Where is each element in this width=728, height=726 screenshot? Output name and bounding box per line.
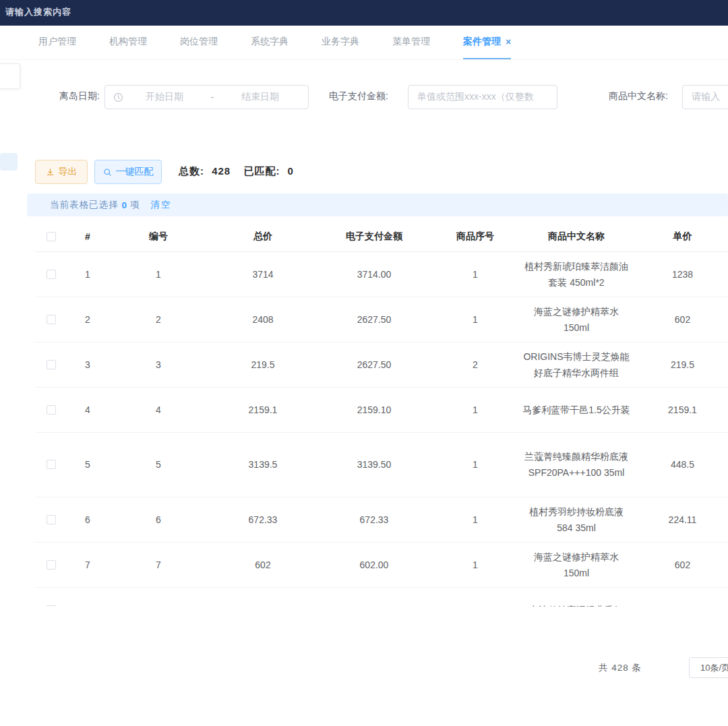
table-row: 2 2 2408 2627.50 1 海蓝之谜修护精萃水 150ml 602 xyxy=(35,297,728,342)
cell-seq: 1 xyxy=(431,432,519,497)
tab-menu-management[interactable]: 菜单管理 xyxy=(392,26,430,59)
tab-post-management[interactable]: 岗位管理 xyxy=(180,26,218,59)
app-window: 请输入搜索内容 用户管理 机构管理 岗位管理 系统字典 业务字典 菜单管理 案件… xyxy=(0,0,728,726)
cell-name: 植村秀羽纱持妆粉底液 584 35ml xyxy=(519,497,634,542)
cell-total: 602 xyxy=(209,542,317,587)
global-search-input[interactable]: 请输入搜索内容 xyxy=(5,6,71,18)
export-button[interactable]: 导出 xyxy=(35,160,88,184)
cell-code: 4 xyxy=(108,387,209,432)
selection-count: 0 xyxy=(122,200,127,210)
cell-index: 7 xyxy=(67,542,108,587)
cell-unit: 2159.1 xyxy=(634,387,728,432)
one-click-match-button[interactable]: 一键匹配 xyxy=(94,160,162,184)
cell-total: 3139.5 xyxy=(209,432,317,497)
matched-count-label: 已匹配: xyxy=(243,165,280,177)
row-checkbox[interactable] xyxy=(47,315,56,324)
table-row: 3 3 219.5 2627.50 2 ORIGINS韦博士灵芝焕能好底子精华水… xyxy=(35,342,728,387)
cell-code: 7 xyxy=(108,542,209,587)
search-icon xyxy=(103,168,112,177)
cell-index: 4 xyxy=(67,387,108,432)
selection-info-bar: 当前表格已选择 0 项 清空 xyxy=(27,193,728,216)
match-button-label: 一键匹配 xyxy=(116,166,154,178)
cell-unit: 602 xyxy=(634,542,728,587)
date-range-input[interactable]: 开始日期 - 结束日期 xyxy=(104,85,309,109)
cell-index: 5 xyxy=(67,432,108,497)
cell-name: 植村秀新琥珀臻萃洁颜油套装 450ml*2 xyxy=(519,251,634,297)
tab-org-management[interactable]: 机构管理 xyxy=(109,26,147,59)
tab-user-management[interactable]: 用户管理 xyxy=(38,26,76,59)
col-header-name: 商品中文名称 xyxy=(519,222,634,251)
cell-total: 3714 xyxy=(209,251,317,297)
cell-index: 8 xyxy=(67,587,108,607)
cell-name: 卡诗菁纯亮泽经典香氛 xyxy=(519,587,634,607)
case-table: # 编号 总价 电子支付金额 商品序号 商品中文名称 单价 1 1 3714 3… xyxy=(35,222,728,607)
cell-total: 2159.1 xyxy=(209,387,317,432)
clock-icon xyxy=(113,92,123,102)
row-checkbox[interactable] xyxy=(47,270,56,279)
table-row: 1 1 3714 3714.00 1 植村秀新琥珀臻萃洁颜油套装 450ml*2… xyxy=(35,251,728,297)
cell-name: 海蓝之谜修护精萃水 150ml xyxy=(519,542,634,587)
close-icon[interactable]: × xyxy=(506,37,511,47)
cell-seq: 1 xyxy=(431,542,519,587)
cropped-button-stub[interactable] xyxy=(0,153,18,171)
selection-suffix: 项 xyxy=(130,199,140,211)
cell-name: 兰蔻菁纯臻颜精华粉底液SPF20PA+++100 35ml xyxy=(519,432,634,497)
epay-amount-label: 电子支付金额: xyxy=(329,90,388,102)
cell-seq: 1 xyxy=(431,297,519,342)
cell-unit: 1238 xyxy=(634,251,728,297)
row-checkbox[interactable] xyxy=(47,405,56,415)
select-all-checkbox[interactable] xyxy=(47,232,56,241)
row-checkbox[interactable] xyxy=(47,560,56,570)
cell-seq: 1 xyxy=(431,387,519,432)
table-header-row: # 编号 总价 电子支付金额 商品序号 商品中文名称 单价 xyxy=(35,222,728,251)
cell-index: 6 xyxy=(67,497,108,542)
cell-epay: 3714.00 xyxy=(317,251,431,297)
cell-code: 8 xyxy=(108,587,209,607)
epay-amount-input[interactable]: 单值或范围xxx-xxx（仅整数 xyxy=(408,85,557,109)
cell-code: 6 xyxy=(108,497,209,542)
matched-count-value: 0 xyxy=(288,165,294,177)
cell-total: 1302.17 xyxy=(209,587,317,607)
cell-epay: 672.33 xyxy=(317,497,431,542)
col-header-seq: 商品序号 xyxy=(431,222,519,251)
cell-epay: 3139.50 xyxy=(317,432,431,497)
table-row: 5 5 3139.5 3139.50 1 兰蔻菁纯臻颜精华粉底液SPF20PA+… xyxy=(35,432,728,497)
end-date-input[interactable]: 结束日期 xyxy=(220,91,300,103)
page-size-select[interactable]: 10条/页 xyxy=(689,657,728,678)
cell-epay: 2627.50 xyxy=(317,297,431,342)
cell-seq: 1 xyxy=(431,251,519,297)
clear-selection-link[interactable]: 清空 xyxy=(151,199,172,211)
start-date-input[interactable]: 开始日期 xyxy=(125,91,204,103)
cell-unit: 219.5 xyxy=(634,342,728,387)
selection-text: 当前表格已选择 xyxy=(50,199,119,211)
cell-seq: 1 xyxy=(431,587,519,607)
cell-unit: 224.11 xyxy=(634,497,728,542)
row-checkbox[interactable] xyxy=(47,605,56,607)
col-header-total: 总价 xyxy=(209,222,317,251)
cell-code: 5 xyxy=(108,432,209,497)
tab-business-dict[interactable]: 业务字典 xyxy=(322,26,359,59)
col-header-unit: 单价 xyxy=(634,222,728,251)
table-row: 6 6 672.33 672.33 1 植村秀羽纱持妆粉底液 584 35ml … xyxy=(35,497,728,542)
col-header-index: # xyxy=(67,222,108,251)
cell-name: 马爹利蓝带干邑1.5公升装 xyxy=(519,387,634,432)
row-checkbox[interactable] xyxy=(47,360,56,369)
col-header-code: 编号 xyxy=(108,222,209,251)
cell-index: 3 xyxy=(67,342,108,387)
tab-system-dict[interactable]: 系统字典 xyxy=(251,26,289,59)
row-checkbox[interactable] xyxy=(47,515,56,524)
cell-index: 2 xyxy=(67,297,108,342)
download-icon xyxy=(46,168,55,177)
col-header-epay: 电子支付金额 xyxy=(317,222,431,251)
product-name-label: 商品中文名称: xyxy=(609,90,668,102)
product-name-input[interactable]: 请输入 xyxy=(682,85,728,109)
top-navbar: 请输入搜索内容 xyxy=(0,0,728,26)
cell-unit: 433.99 xyxy=(634,587,728,607)
cell-name: 海蓝之谜修护精萃水 150ml xyxy=(519,297,634,342)
tab-case-management[interactable]: 案件管理 × xyxy=(463,26,511,59)
row-checkbox[interactable] xyxy=(47,460,56,469)
cell-seq: 2 xyxy=(431,342,519,387)
pagination-total: 共 428 条 xyxy=(599,662,642,674)
cell-name: ORIGINS韦博士灵芝焕能好底子精华水两件组 xyxy=(519,342,634,387)
cell-code: 2 xyxy=(108,297,209,342)
